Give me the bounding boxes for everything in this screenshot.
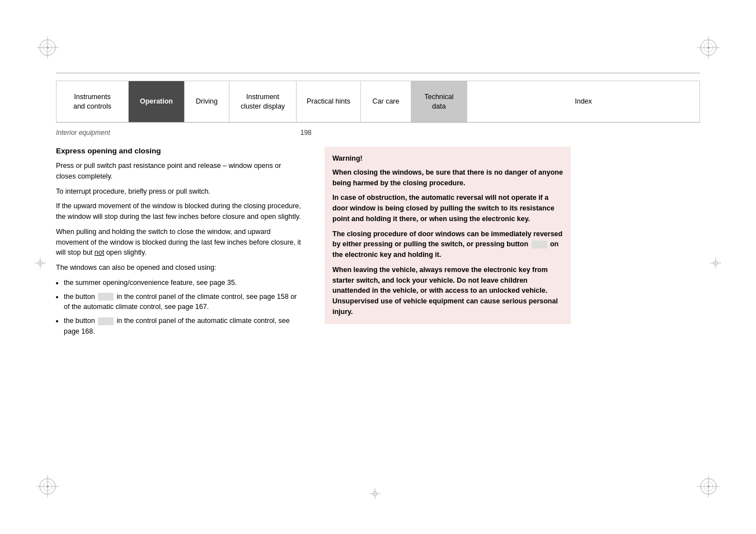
nav-bottom-border bbox=[56, 122, 700, 123]
section-title: Express opening and closing bbox=[56, 147, 302, 155]
reg-mark-rm bbox=[710, 257, 721, 269]
right-column: Warning! When closing the windows, be su… bbox=[325, 147, 571, 341]
nav-item-technical-data[interactable]: Technicaldata bbox=[411, 81, 467, 122]
underline-not: not bbox=[95, 249, 104, 256]
reg-mark-bc bbox=[369, 488, 381, 499]
page-number: 198 bbox=[300, 129, 312, 137]
left-column: Express opening and closing Press or pul… bbox=[56, 147, 302, 341]
bullet-item-1: the summer opening/convenience feature, … bbox=[64, 278, 302, 288]
corner-decoration-tl bbox=[34, 34, 62, 62]
content-area: Interior equipment 198 Express opening a… bbox=[56, 129, 700, 489]
nav-item-instrument-cluster[interactable]: Instrumentcluster display bbox=[229, 81, 297, 122]
warning-para-1: When closing the windows, be sure that t… bbox=[332, 167, 563, 189]
top-border bbox=[56, 73, 700, 73]
svg-point-9 bbox=[707, 46, 710, 49]
nav-label-instrument-cluster: Instrumentcluster display bbox=[241, 92, 285, 111]
main-content: Express opening and closing Press or pul… bbox=[56, 147, 700, 341]
warning-title: Warning! bbox=[332, 153, 563, 164]
button-icon-1 bbox=[98, 293, 114, 301]
para-3: If the upward movement of the window is … bbox=[56, 201, 302, 222]
button-icon-3 bbox=[532, 241, 547, 249]
para-5: The windows can also be opened and close… bbox=[56, 263, 302, 273]
bullet-item-3: the button in the control panel of the a… bbox=[64, 316, 302, 337]
nav-label-instruments: Instrumentsand controls bbox=[73, 92, 111, 111]
corner-decoration-tr bbox=[694, 34, 722, 62]
nav-item-practical-hints[interactable]: Practical hints bbox=[297, 81, 361, 122]
nav-item-index[interactable]: Index bbox=[467, 81, 700, 122]
svg-point-14 bbox=[46, 485, 49, 488]
section-header: Interior equipment 198 bbox=[56, 129, 700, 137]
nav-item-driving[interactable]: Driving bbox=[185, 81, 229, 122]
warning-para-2: In case of obstruction, the automatic re… bbox=[332, 193, 563, 224]
nav-label-index: Index bbox=[575, 97, 592, 106]
bullet-list: the summer opening/convenience feature, … bbox=[64, 278, 302, 337]
svg-point-19 bbox=[707, 485, 710, 488]
navigation-bar: Instrumentsand controls Operation Drivin… bbox=[56, 81, 700, 122]
nav-item-instruments[interactable]: Instrumentsand controls bbox=[56, 81, 129, 122]
nav-label-operation: Operation bbox=[140, 97, 173, 106]
nav-item-car-care[interactable]: Car care bbox=[361, 81, 411, 122]
svg-point-4 bbox=[46, 46, 49, 49]
nav-label-technical-data: Technicaldata bbox=[424, 92, 453, 111]
para-4: When pulling and holding the switch to c… bbox=[56, 227, 302, 258]
nav-label-car-care: Car care bbox=[373, 97, 400, 106]
nav-item-operation[interactable]: Operation bbox=[129, 81, 185, 122]
button-icon-2 bbox=[98, 317, 114, 325]
warning-para-4: When leaving the vehicle, always remove … bbox=[332, 265, 563, 317]
warning-para-3: The closing procedure of door windows ca… bbox=[332, 229, 563, 260]
warning-box: Warning! When closing the windows, be su… bbox=[325, 147, 571, 324]
breadcrumb: Interior equipment bbox=[56, 129, 110, 137]
para-1: Press or pull switch past resistance poi… bbox=[56, 161, 302, 182]
nav-label-practical-hints: Practical hints bbox=[307, 97, 350, 106]
reg-mark-lm bbox=[35, 257, 46, 269]
para-2: To interrupt procedure, briefly press or… bbox=[56, 186, 302, 197]
nav-label-driving: Driving bbox=[196, 97, 218, 106]
bullet-item-2: the button in the control panel of the c… bbox=[64, 292, 302, 313]
